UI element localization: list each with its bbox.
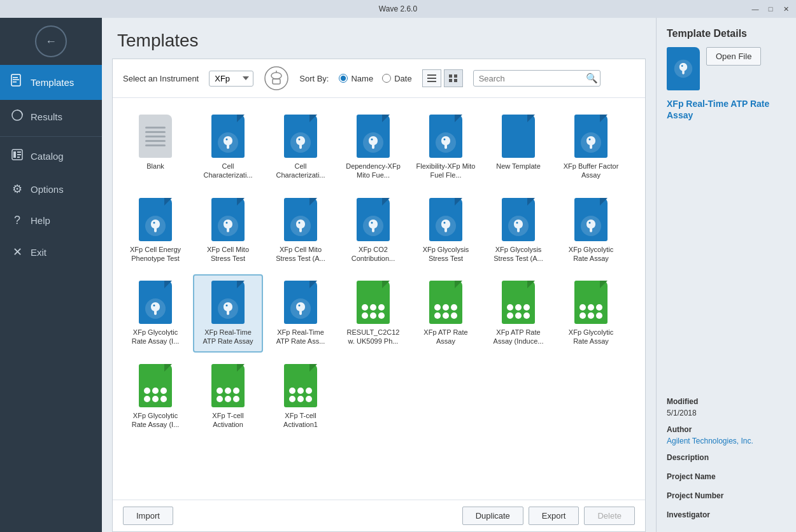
- author-label: Author: [667, 425, 786, 434]
- help-icon: ?: [10, 214, 24, 227]
- templates-panel: Select an Instrument XFp XF24 XF96 Sort …: [112, 59, 646, 532]
- template-item-cell-char-1[interactable]: Cell Characterizati...: [193, 108, 263, 186]
- sidebar-item-exit[interactable]: ✕ Exit: [0, 236, 102, 268]
- svg-point-22: [226, 139, 228, 141]
- svg-point-48: [226, 305, 228, 307]
- svg-rect-15: [427, 78, 436, 79]
- svg-rect-2: [13, 80, 19, 81]
- template-item-glycolytic-rate-i2[interactable]: XFp Glycolytic Rate Assay (I...: [120, 358, 190, 436]
- exit-label: Exit: [31, 247, 46, 258]
- sort-name-option[interactable]: Name: [339, 74, 373, 83]
- view-toggle: [422, 69, 463, 87]
- sidebar-item-results[interactable]: Results: [0, 100, 102, 134]
- sortby-label: Sort By:: [299, 74, 329, 83]
- sidebar-item-options[interactable]: ⚙ Options: [0, 173, 102, 205]
- toolbar: Select an Instrument XFp XF24 XF96 Sort …: [113, 59, 645, 98]
- template-item-cell-mito-2[interactable]: XFp Cell Mito Stress Test (A...: [266, 192, 336, 270]
- template-item-realtime-atp[interactable]: XFp Real-Time ATP Rate Assay: [193, 274, 263, 353]
- template-item-flexibility[interactable]: Flexibility-XFp Mito Fuel Fle...: [411, 108, 481, 186]
- template-item-realtime-atp-2[interactable]: XFp Real-Time ATP Rate Ass...: [266, 274, 336, 353]
- template-item-new[interactable]: New Template: [483, 108, 553, 186]
- modified-label: Modified: [667, 397, 786, 406]
- export-button[interactable]: Export: [529, 507, 579, 525]
- window-controls: — □ ✕: [750, 4, 791, 14]
- template-item-glycolysis-2[interactable]: XFp Glycolysis Stress Test (A...: [483, 192, 553, 270]
- template-item-result-c2c12[interactable]: RESULT_C2C12 w. UK5099 Ph...: [338, 274, 408, 353]
- template-label-glycolytic-rate-g: XFp Glycolytic Rate Assay: [561, 328, 622, 346]
- detail-investigator: Investigator: [667, 510, 786, 522]
- instrument-select[interactable]: XFp XF24 XF96: [209, 71, 253, 87]
- search-icon[interactable]: 🔍: [586, 73, 598, 84]
- svg-point-42: [516, 221, 518, 223]
- action-buttons: Duplicate Export Delete: [462, 507, 635, 525]
- svg-point-10: [265, 67, 288, 90]
- search-input[interactable]: [479, 74, 586, 83]
- minimize-button[interactable]: —: [750, 4, 760, 14]
- template-item-atp-rate-ind[interactable]: XFp ATP Rate Assay (Induce...: [483, 274, 553, 353]
- template-item-glycolysis-1[interactable]: XFp Glycolysis Stress Test: [411, 192, 481, 270]
- templates-icon: [10, 74, 24, 91]
- svg-point-32: [153, 221, 155, 223]
- svg-rect-8: [17, 154, 21, 155]
- template-label-blank: Blank: [146, 162, 164, 171]
- assay-name: XFp Real-Time ATP Rate Assay: [667, 98, 786, 389]
- duplicate-button[interactable]: Duplicate: [462, 507, 523, 525]
- detail-description: Description: [667, 453, 786, 465]
- svg-point-40: [444, 221, 446, 223]
- template-label-cell-char-1: Cell Characterizati...: [198, 162, 259, 180]
- template-item-buffer[interactable]: XFp Buffer Factor Assay: [556, 108, 626, 186]
- description-label: Description: [667, 453, 786, 462]
- list-view-button[interactable]: [422, 69, 441, 87]
- template-item-blank[interactable]: Blank: [120, 108, 190, 186]
- template-label-result-c2c12: RESULT_C2C12 w. UK5099 Ph...: [343, 328, 404, 346]
- sort-date-option[interactable]: Date: [382, 74, 411, 83]
- template-item-cell-energy[interactable]: XFp Cell Energy Phenotype Test: [120, 192, 190, 270]
- svg-point-30: [589, 139, 591, 141]
- close-button[interactable]: ✕: [781, 4, 791, 14]
- template-label-dependency: Dependency-XFp Mito Fue...: [343, 162, 404, 180]
- svg-point-36: [299, 221, 301, 223]
- sidebar-item-templates[interactable]: Templates: [0, 65, 102, 100]
- delete-button[interactable]: Delete: [584, 507, 635, 525]
- back-button[interactable]: ←: [35, 25, 67, 57]
- template-item-cell-char-2[interactable]: Cell Characterizati...: [266, 108, 336, 186]
- back-button-area: ←: [0, 18, 102, 65]
- sidebar-item-help[interactable]: ? Help: [0, 205, 102, 236]
- svg-point-44: [589, 221, 591, 223]
- template-label-atp-rate-ind: XFp ATP Rate Assay (Induce...: [488, 328, 549, 346]
- panel-header-row: Open File: [667, 47, 786, 90]
- options-icon: ⚙: [10, 182, 24, 196]
- catalog-label: Catalog: [31, 151, 64, 162]
- detail-author: Author Agilent Technologies, Inc.: [667, 425, 786, 445]
- template-label-cell-energy: XFp Cell Energy Phenotype Test: [125, 245, 186, 263]
- detail-project-number: Project Number: [667, 491, 786, 503]
- template-item-dependency[interactable]: Dependency-XFp Mito Fue...: [338, 108, 408, 186]
- investigator-label: Investigator: [667, 510, 786, 519]
- svg-rect-16: [427, 81, 436, 82]
- template-item-glycolytic-rate-g[interactable]: XFp Glycolytic Rate Assay: [556, 274, 626, 353]
- template-label-co2: XFp CO2 Contribution...: [343, 245, 404, 263]
- template-item-tcell-act[interactable]: XFp T-cell Activation: [193, 358, 263, 436]
- svg-point-38: [371, 221, 373, 223]
- grid-view-button[interactable]: [444, 69, 463, 87]
- restore-button[interactable]: □: [765, 4, 776, 14]
- svg-point-52: [681, 65, 683, 67]
- svg-rect-14: [427, 74, 436, 76]
- svg-rect-12: [273, 79, 280, 84]
- template-item-cell-mito-1[interactable]: XFp Cell Mito Stress Test: [193, 192, 263, 270]
- templates-label: Templates: [31, 77, 74, 88]
- template-item-tcell-act1[interactable]: XFp T-cell Activation1: [266, 358, 336, 436]
- template-item-glycolytic-rate[interactable]: XFp Glycolytic Rate Assay: [556, 192, 626, 270]
- svg-point-28: [444, 139, 446, 141]
- right-panel: Template Details Open File XFp Real-Time…: [656, 18, 796, 532]
- sort-date-label: Date: [394, 74, 411, 83]
- template-item-co2[interactable]: XFp CO2 Contribution...: [338, 192, 408, 270]
- import-button[interactable]: Import: [123, 507, 173, 525]
- open-file-button[interactable]: Open File: [706, 47, 761, 66]
- template-item-atp-rate[interactable]: XFp ATP Rate Assay: [411, 274, 481, 353]
- sort-name-radio[interactable]: [339, 74, 348, 83]
- sidebar-item-catalog[interactable]: Catalog: [0, 139, 102, 173]
- template-item-glycolytic-rate-i[interactable]: XFp Glycolytic Rate Assay (I...: [120, 274, 190, 353]
- template-label-flexibility: Flexibility-XFp Mito Fuel Fle...: [416, 162, 476, 180]
- sort-date-radio[interactable]: [382, 74, 391, 83]
